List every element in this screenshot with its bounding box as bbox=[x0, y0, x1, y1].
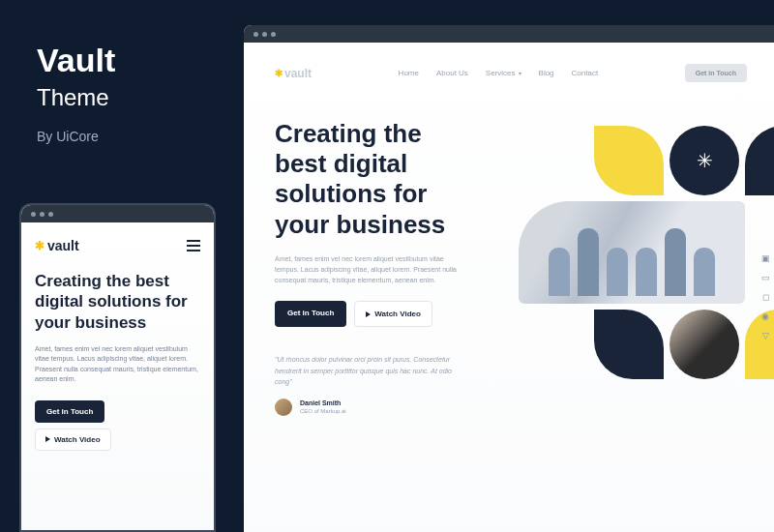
play-icon bbox=[45, 436, 50, 442]
watch-video-button[interactable]: Watch Video bbox=[354, 301, 432, 327]
hamburger-menu-icon[interactable] bbox=[187, 240, 200, 251]
star-icon: ✱ bbox=[275, 68, 283, 78]
desktop-preview: ✱ vault Home About Us Services▾ Blog Con… bbox=[244, 25, 774, 532]
team-photo bbox=[519, 201, 745, 304]
nav-home[interactable]: Home bbox=[399, 69, 419, 77]
side-toolbar: ▣ ▭ ◻ ◉ ▽ bbox=[760, 253, 770, 340]
watch-video-label: Watch Video bbox=[54, 435, 101, 444]
device-icon[interactable]: ▭ bbox=[760, 273, 770, 282]
cart-icon[interactable]: ▽ bbox=[760, 331, 770, 340]
window-dot-icon bbox=[262, 32, 267, 37]
window-dot-icon bbox=[271, 32, 276, 37]
nav-contact[interactable]: Contact bbox=[572, 69, 599, 77]
author-avatar bbox=[275, 399, 292, 416]
nav-blog[interactable]: Blog bbox=[539, 69, 554, 77]
mobile-window-bar bbox=[21, 205, 214, 222]
desktop-logo[interactable]: ✱ vault bbox=[275, 67, 312, 80]
logo-text: vault bbox=[47, 238, 79, 253]
nav-about[interactable]: About Us bbox=[436, 69, 468, 77]
dark-circle-shape: ✳ bbox=[670, 126, 739, 195]
theme-label-block: Vault Theme By UiCore bbox=[37, 44, 115, 144]
dark-leaf-shape bbox=[594, 310, 664, 379]
watch-video-label: Watch Video bbox=[374, 310, 421, 318]
layers-icon[interactable]: ▣ bbox=[760, 253, 770, 263]
star-icon: ✱ bbox=[35, 239, 45, 252]
testimonial-author: Daniel Smith CEO of Markup.ai bbox=[275, 399, 478, 416]
dark-leaf-shape bbox=[745, 126, 774, 195]
yellow-leaf-shape bbox=[594, 126, 664, 195]
testimonial-quote: "Ut rhoncus dolor pulvinar orci proin si… bbox=[275, 354, 468, 387]
window-dot-icon bbox=[48, 212, 53, 217]
author-role: CEO of Markup.ai bbox=[300, 408, 346, 414]
theme-title: Vault bbox=[37, 44, 115, 76]
window-dot-icon bbox=[253, 32, 258, 37]
author-name: Daniel Smith bbox=[300, 399, 346, 406]
window-dot-icon bbox=[40, 212, 45, 217]
nav-services[interactable]: Services▾ bbox=[486, 69, 521, 77]
nav-cta-button[interactable]: Get in Touch bbox=[685, 64, 747, 82]
play-icon bbox=[366, 311, 371, 317]
get-in-touch-button[interactable]: Get in Touch bbox=[275, 301, 346, 327]
hero-headline: Creating the best digital solutions for … bbox=[275, 119, 478, 240]
get-in-touch-button[interactable]: Get in Touch bbox=[35, 400, 104, 423]
settings-icon[interactable]: ◉ bbox=[760, 311, 770, 321]
hero-body: Amet, fames enim vel nec lorem aliquet v… bbox=[275, 253, 459, 286]
mobile-headline: Creating the best digital solutions for … bbox=[35, 271, 200, 333]
watch-video-button[interactable]: Watch Video bbox=[35, 429, 111, 451]
chat-icon[interactable]: ◻ bbox=[760, 292, 770, 302]
mobile-body: Amet, fames enim vel nec lorem aliquet v… bbox=[35, 344, 200, 385]
hero-graphic: ✳ bbox=[513, 126, 774, 406]
theme-subtitle: Theme bbox=[37, 84, 115, 111]
theme-byline: By UiCore bbox=[37, 129, 115, 144]
person-avatar bbox=[670, 310, 739, 379]
mobile-logo[interactable]: ✱ vault bbox=[35, 238, 79, 253]
logo-text: vault bbox=[284, 67, 312, 80]
navbar: ✱ vault Home About Us Services▾ Blog Con… bbox=[275, 64, 747, 82]
chevron-down-icon: ▾ bbox=[519, 70, 521, 76]
window-dot-icon bbox=[31, 212, 36, 217]
mobile-preview: ✱ vault Creating the best digital soluti… bbox=[19, 203, 216, 532]
desktop-window-bar bbox=[244, 25, 774, 43]
